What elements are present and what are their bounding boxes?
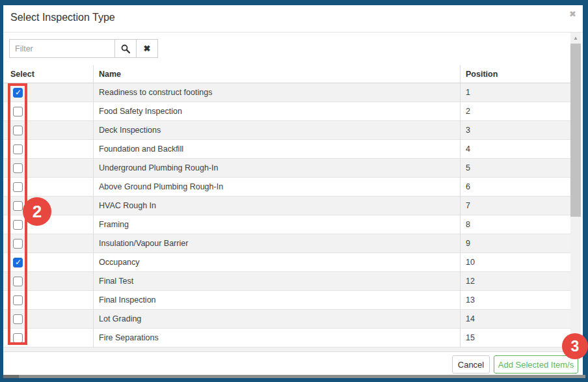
row-name: Final Test: [99, 277, 133, 286]
filter-input[interactable]: [9, 39, 115, 58]
row-name: Occupancy: [99, 258, 140, 267]
row-name: Fire Separations: [99, 333, 159, 342]
column-divider: [460, 310, 461, 329]
row-checkbox[interactable]: [13, 126, 23, 135]
table-row: Final Test 12: [3, 272, 570, 291]
row-position: 12: [466, 277, 475, 286]
row-name: Food Safety Inspection: [99, 107, 182, 116]
clear-filter-button[interactable]: ✖: [137, 39, 158, 58]
column-header-name: Name: [99, 70, 121, 79]
row-position: 10: [466, 258, 475, 267]
row-name: HVAC Rough In: [99, 201, 156, 210]
cancel-button[interactable]: Cancel: [452, 355, 490, 374]
row-name: Foundation and Backfill: [99, 144, 183, 154]
row-position: 4: [466, 144, 470, 154]
column-header-position: Position: [466, 70, 498, 79]
column-divider: [460, 329, 461, 348]
row-name: Deck Inspections: [99, 126, 161, 135]
row-checkbox[interactable]: [13, 277, 23, 286]
dialog-title: Select Inspection Type: [10, 12, 115, 23]
row-position: 13: [466, 295, 475, 305]
table-row: Framing 8: [3, 215, 570, 234]
table-row: Food Safety Inspection 2: [3, 102, 570, 121]
row-checkbox[interactable]: [13, 220, 23, 230]
column-divider: [460, 253, 461, 272]
scroll-up-icon[interactable]: ▲: [570, 33, 581, 44]
table-row: Above Ground Plumbing Rough-In 6: [3, 178, 570, 197]
column-divider: [93, 121, 94, 140]
row-checkbox[interactable]: [13, 107, 23, 116]
column-divider: [93, 197, 94, 215]
row-position: 6: [466, 182, 470, 191]
column-divider: [93, 65, 94, 83]
column-divider: [93, 215, 94, 234]
row-name: Final Inspection: [99, 295, 156, 305]
row-checkbox[interactable]: [13, 314, 23, 324]
table-row: Insulation/Vapour Barrier 9: [3, 234, 570, 253]
column-divider: [93, 83, 94, 102]
row-position: 1: [466, 88, 470, 97]
dialog-header: Select Inspection Type ✖: [3, 5, 583, 33]
row-name: Framing: [99, 220, 129, 229]
row-position: 8: [466, 220, 470, 229]
column-divider: [93, 329, 94, 348]
column-divider: [460, 65, 461, 83]
search-icon: [121, 44, 130, 53]
row-checkbox[interactable]: [13, 88, 23, 98]
column-divider: [460, 102, 461, 121]
table-row: Lot Grading 14: [3, 310, 570, 329]
column-divider: [460, 234, 461, 253]
horizontal-scrollbar-thumb[interactable]: [3, 375, 19, 378]
table-row: Occupancy 10: [3, 253, 570, 272]
row-checkbox[interactable]: [13, 144, 23, 154]
row-checkbox[interactable]: [13, 333, 23, 343]
column-divider: [460, 272, 461, 291]
row-position: 15: [466, 333, 475, 342]
scrollbar-thumb[interactable]: [570, 44, 581, 217]
vertical-scrollbar[interactable]: ▲ ▼: [570, 33, 581, 351]
add-selected-items-button[interactable]: Add Selected Item/s: [494, 355, 578, 374]
close-icon[interactable]: ✖: [569, 9, 576, 19]
table-row: Foundation and Backfill 4: [3, 140, 570, 159]
column-divider: [460, 83, 461, 102]
search-button[interactable]: [115, 39, 137, 58]
row-checkbox[interactable]: [13, 295, 23, 305]
column-divider: [93, 310, 94, 329]
horizontal-scrollbar[interactable]: [3, 375, 585, 378]
table-row: Readiness to construct footings 1: [3, 83, 570, 102]
row-position: 7: [466, 201, 470, 210]
column-header-select: Select: [10, 70, 34, 79]
row-checkbox[interactable]: [13, 239, 23, 249]
row-name: Underground Plumbing Rough-In: [99, 163, 218, 172]
row-checkbox[interactable]: [13, 258, 23, 267]
table-row: Underground Plumbing Rough-In 5: [3, 159, 570, 178]
column-divider: [93, 253, 94, 272]
row-checkbox[interactable]: [13, 163, 23, 173]
table-row: Deck Inspections 3: [3, 121, 570, 140]
column-divider: [93, 291, 94, 310]
row-name: Above Ground Plumbing Rough-In: [99, 182, 223, 191]
dialog-footer: Cancel Add Selected Item/s: [3, 351, 583, 375]
column-divider: [93, 234, 94, 253]
column-divider: [460, 197, 461, 215]
row-checkbox[interactable]: [13, 201, 23, 211]
column-divider: [93, 178, 94, 197]
table-row: HVAC Rough In 7: [3, 197, 570, 215]
table-row: Final Inspection 13: [3, 291, 570, 310]
column-divider: [93, 159, 94, 178]
row-checkbox[interactable]: [13, 182, 23, 192]
filter-bar: ✖: [9, 39, 158, 58]
table-row: Fire Separations 15: [3, 329, 570, 348]
column-divider: [460, 215, 461, 234]
column-divider: [460, 291, 461, 310]
row-position: 3: [466, 126, 470, 135]
column-divider: [460, 121, 461, 140]
column-divider: [93, 272, 94, 291]
row-name: Lot Grading: [99, 314, 141, 323]
row-position: 9: [466, 239, 470, 248]
row-name: Insulation/Vapour Barrier: [99, 239, 188, 248]
column-divider: [93, 140, 94, 159]
column-divider: [460, 178, 461, 197]
clear-icon: ✖: [144, 44, 151, 53]
row-name: Readiness to construct footings: [99, 88, 212, 97]
